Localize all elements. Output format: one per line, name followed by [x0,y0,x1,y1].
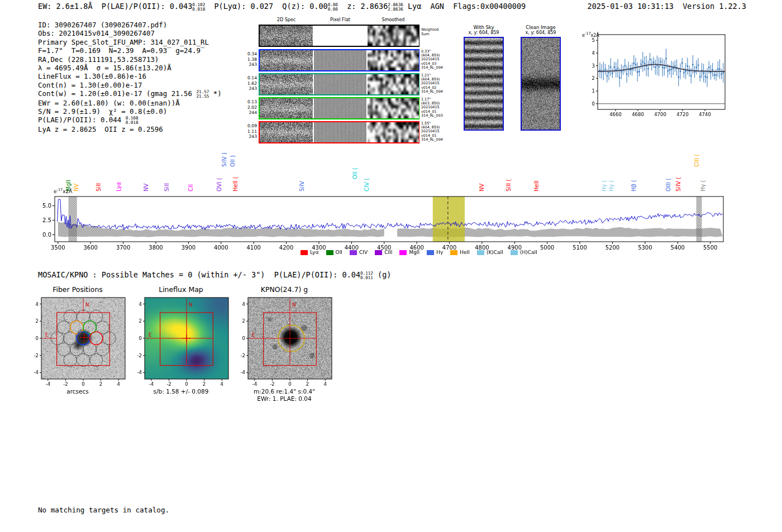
text-segment: Cont(n) = 1.30(±0.00)e-17 [38,81,142,89]
super-sub-value: 2.86362.8636 [388,3,403,12]
info-line: Cont(n) = 1.30(±0.00)e-17 [38,81,222,89]
col-header-2dspec: 2D Spec [260,17,313,22]
emission-line-label: NV [73,184,79,191]
fiber-weight-value: 1.38 [245,57,257,63]
fiber-source-value: 314_RL_094 [421,90,443,94]
line-fit-inset-plot [579,28,729,123]
spectrum-ylabel: e-17x2Å [54,188,72,194]
info-line: RA,Dec (228.111191,53.258713) [38,55,222,64]
legend-item: OII [326,250,342,255]
legend-label: Hγ [436,250,443,255]
clean-image-cutout [521,37,561,131]
emission-line-label: OII ) [230,155,236,167]
spec2d-fiber-row [259,49,419,71]
text-segment: Lyα AGN Flags:0x00400009 [403,2,526,11]
spec2d-cutout [260,74,313,94]
fiber-source-labels: 0.33"(604, 859)20210415v014_03314_RL_094 [421,50,443,70]
weighted-sum-label: Weighted Sum [421,28,438,36]
legend-swatch [399,250,407,255]
legend-item: Hγ [427,250,443,255]
kpno-xlabel-2: EWr: 1. PLAE: 0.04 [232,395,336,402]
fiber-weight-value: 243 [245,134,257,140]
kpno-plot [232,294,336,389]
spec2d-cutout [260,98,313,118]
fiber-positions-xlabel: arcsecs [26,388,130,395]
legend-item: CIII [375,250,392,255]
text-segment: *) [209,89,221,98]
super-sub-value: 0.1020.018 [192,3,205,12]
fiber-weight-value: 0.34 [245,51,257,57]
fiber-weight-value: 1.62 [245,81,257,87]
text-segment: EW: 2.6±1.8Å P(LAE)/P(OII): 0.043 [38,2,192,11]
text-segment: Obs: 20210415v014_3090267407 [38,29,155,37]
legend-item: (H)CaII [511,250,537,255]
fiber-source-labels: 1.55"(604, 859)20210415v014_01314_RL_094 [421,122,443,142]
legend-label: (H)CaII [520,250,537,255]
info-line: Cont(w) = 1.20(±0.01)e-17 (gmag 21.56 21… [38,89,222,98]
super-sub-value: 21.5721.55 [196,90,209,99]
smoothed-cutout [368,26,419,46]
legend-swatch [511,250,518,255]
with-sky-cutout [464,37,504,131]
ylabel-suffix: x2Å [591,33,599,38]
emission-line-label: NV [143,184,149,191]
spec2d-fiber-row [259,97,419,119]
emission-line-label: CIV ( [364,178,370,191]
emission-line-label: Lyα [116,182,122,191]
kpno-xlabel: m:20.6 re:1.4" s:0.4" [232,388,336,395]
legend-swatch [450,250,457,255]
summary-header: EW: 2.6±1.8Å P(LAE)/P(OII): 0.0430.1020.… [38,2,526,11]
emission-line-label: OVI ( [216,178,222,191]
legend-swatch [350,250,357,255]
fiber-weight-labels: 0.091.11243 [245,123,257,140]
super-sub-value: 0.1120.011 [360,271,373,280]
legend-label: CIII [384,250,392,255]
fiber-weight-labels: 0.341.38243 [245,51,257,68]
legend-item: Lyα [301,250,318,255]
text-segment: Cont(w) = 1.20(±0.01)e-17 (gmag 21.56 [38,89,196,98]
fiber-weight-value: 1.11 [245,129,257,135]
smoothed-cutout [368,98,419,118]
ylabel-exponent: -17 [585,31,591,36]
text-segment: Primary Spec_Slot_IFU_AMP: 314_027_011_R… [38,38,209,46]
spec2d-cutout [260,50,313,70]
pixel-flat-cutout [314,50,366,70]
legend-swatch [427,250,434,255]
text-segment: F=1.7" T=0.169 N̅=2.39 A=0.93̅ g=24.9̅ [38,46,201,55]
fiber-positions-title: Fiber Positions [26,285,130,294]
with-sky-title: With Sky [461,25,506,30]
inset-ylabel: e-17x2Å [582,31,599,38]
legend-label: (K)CaII [487,250,503,255]
info-line: S/N = 2.9(±1.9) χ² = 0.8(±0.0) [38,107,222,116]
fiber-source-labels: 1.17"(603, 850)20210415v014_01314_RL_093 [421,98,443,118]
text-segment: MOSAIC/KPNO : Possible Matches = 0 (with… [38,270,360,279]
text-segment: S/N = 2.9(±1.9) χ² = 0.8(±0.0) [38,107,167,116]
col-header-smoothed: Smoothed [368,17,419,22]
mosaic-kpno-summary: MOSAIC/KPNO : Possible Matches = 0 (with… [38,270,391,280]
col-header-pixelflat: Pixel Flat [314,17,366,22]
spec2d-cutout [260,122,313,142]
fiber-weight-value: 243 [245,62,257,68]
fiber-source-value: 314_RL_094 [421,138,443,142]
legend-label: OII [336,250,342,255]
legend-item: HeII [450,250,470,255]
text-segment: ID: 3090267407 (3090267407.pdf) [38,21,167,29]
emission-line-label: SiIV ( [675,177,681,191]
emission-line-label: SiIV ) [221,152,227,167]
emission-line-label: SiII [96,183,102,191]
clean-image-title: Clean Image [518,25,563,30]
fiber-weight-value: 0.13 [245,99,257,105]
full-spectrum-plot [31,192,752,257]
lineflux-map-title: Lineflux Map [129,285,233,294]
legend-swatch [326,250,333,255]
timestamp-version: 2025-01-03 10:31:13 Version 1.22.3 [588,2,746,11]
info-line: Obs: 20210415v014_3090267407 [38,29,222,37]
legend-label: Lyα [310,250,318,255]
fiber-weight-value: 0.09 [245,123,257,129]
pixel-flat-cutout [314,98,366,118]
kpno-title: KPNO(24.7) g [232,285,336,294]
fiber-positions-plot [26,294,130,389]
fiber-source-labels: 1.21"(604, 859)20210415v014_02314_RL_094 [421,74,443,94]
emission-line-label: Hβ ( [631,180,637,191]
spec2d-weighted-row [259,25,419,47]
